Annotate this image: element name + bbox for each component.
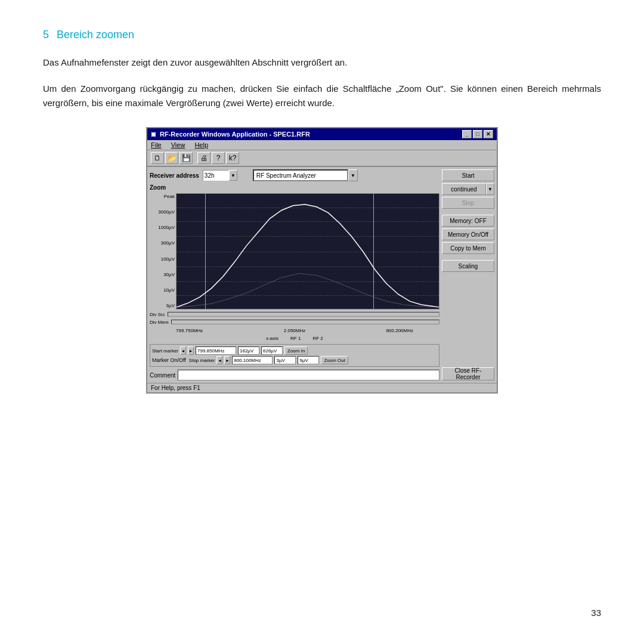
maximize-button[interactable]: □: [473, 130, 482, 138]
chart-area: Peak 3000µV 1000µV 300µV 100µV 30µV 10µV…: [150, 193, 439, 309]
spectrum-curve: [177, 194, 439, 309]
analyzer-arrow[interactable]: ▼: [348, 169, 358, 181]
div-src-row: Div Src: [150, 312, 439, 317]
title-text: ▣ RF-Recorder Windows Application - SPEC…: [151, 131, 310, 138]
y-1000: 1000µV: [150, 225, 175, 230]
y-10: 10µV: [150, 288, 175, 293]
stop-rf1-val: 3µV: [274, 356, 296, 364]
chart-plot: [176, 193, 439, 309]
zoom-label: Zoom: [150, 184, 439, 191]
main-area: Receiver address 32h ▼ RF Spectrum Analy…: [150, 169, 439, 380]
section-heading: 5 Bereich zoomen: [43, 29, 601, 41]
div-mem-row: Div Mem: [150, 320, 439, 325]
address-select[interactable]: 32h: [203, 170, 229, 181]
stop-nav-prev[interactable]: ◄: [216, 356, 222, 364]
marker-section: Start marker ◄ ► 799.850MHz 162µV 626µV …: [150, 344, 439, 367]
div-src-bar: [168, 312, 439, 317]
y-peak: Peak: [150, 194, 175, 199]
rf1-label: RF 1: [290, 336, 301, 341]
paragraph1: Das Aufnahmefenster zeigt den zuvor ausg…: [43, 55, 601, 70]
stop-button[interactable]: Stop: [442, 197, 494, 209]
page-number: 33: [591, 608, 601, 618]
y-3: 3µV: [150, 304, 175, 308]
sidebar: Start continued ▼ Stop Memory: OFF Memor…: [442, 169, 494, 380]
comment-row: Comment: [150, 370, 439, 380]
continued-arrow[interactable]: ▼: [486, 183, 494, 195]
start-nav-prev[interactable]: ◄: [180, 346, 186, 355]
rf2-label: RF 2: [312, 336, 323, 341]
y-30: 30µV: [150, 273, 175, 277]
toolbar-print[interactable]: 🖨: [197, 152, 210, 164]
freq-center: 2.050MHz: [284, 328, 305, 333]
window-controls: _ □ ✕: [462, 130, 493, 138]
comment-label: Comment: [150, 372, 175, 379]
memory-onoff-button[interactable]: Memory On/Off: [442, 228, 494, 240]
memory-off-button[interactable]: Memory: OFF: [442, 215, 494, 227]
stop-marker-row: Marker On/Off Stop marker ◄ ► 800.100MHz…: [152, 356, 437, 364]
menu-file[interactable]: File: [151, 141, 162, 148]
toolbar-help1[interactable]: ?: [212, 152, 225, 164]
menu-help[interactable]: Help: [194, 141, 208, 148]
start-marker-label: Start marker: [152, 348, 178, 354]
stop-marker-label: Stop marker: [189, 358, 215, 363]
copy-to-mem-button[interactable]: Copy to Mem: [442, 242, 494, 254]
div-mem-label: Div Mem: [150, 320, 169, 325]
comment-field[interactable]: [178, 370, 439, 380]
start-freq-field[interactable]: 799.850MHz: [196, 346, 236, 355]
statusbar-text: For Help, press F1: [151, 385, 200, 391]
toolbar-new[interactable]: 🗋: [151, 152, 164, 164]
y-100: 100µV: [150, 257, 175, 262]
x-axis-label: x-axis: [266, 336, 278, 341]
application-window: ▣ RF-Recorder Windows Application - SPEC…: [146, 127, 498, 394]
menu-view[interactable]: View: [171, 141, 185, 148]
start-nav-next[interactable]: ►: [188, 346, 194, 355]
start-marker-row: Start marker ◄ ► 799.850MHz 162µV 626µV …: [152, 346, 437, 355]
close-button[interactable]: ✕: [484, 130, 493, 138]
screenshot-wrapper: ▣ RF-Recorder Windows Application - SPEC…: [43, 127, 601, 394]
receiver-label: Receiver address: [150, 172, 199, 179]
x-axis-row: x-axis RF 1 RF 2: [150, 336, 439, 341]
section-number: 5: [43, 29, 49, 41]
freq-left: 799.750MHz: [176, 328, 203, 333]
start-rf1-val: 162µV: [238, 346, 259, 355]
titlebar: ▣ RF-Recorder Windows Application - SPEC…: [147, 128, 497, 140]
section-title: Bereich zoomen: [57, 29, 134, 41]
page-content: 5 Bereich zoomen Das Aufnahmefenster zei…: [0, 0, 644, 417]
continued-dropdown: continued ▼: [442, 183, 494, 195]
chart-inner: Peak 3000µV 1000µV 300µV 100µV 30µV 10µV…: [150, 193, 439, 309]
receiver-row: Receiver address 32h ▼ RF Spectrum Analy…: [150, 169, 439, 181]
div-src-label: Div Src: [150, 312, 165, 317]
address-arrow[interactable]: ▼: [229, 170, 237, 181]
minimize-button[interactable]: _: [462, 130, 472, 138]
win-body: Receiver address 32h ▼ RF Spectrum Analy…: [147, 167, 497, 383]
stop-rf2-val: 9µV: [298, 356, 319, 364]
close-rf-button[interactable]: Close RF-Recorder: [442, 367, 494, 380]
toolbar: 🗋 📂 💾 🖨 ? k?: [147, 150, 497, 167]
menubar: File View Help: [147, 140, 497, 150]
toolbar-open[interactable]: 📂: [165, 152, 178, 164]
div-mem-bar: [171, 320, 439, 324]
stop-nav-next[interactable]: ►: [224, 356, 230, 364]
freq-right: 800.200MHz: [386, 328, 413, 333]
zoom-out-button[interactable]: Zoom Out: [321, 356, 348, 364]
zoom-in-button[interactable]: Zoom In: [284, 346, 308, 355]
start-button[interactable]: Start: [442, 169, 494, 181]
window-title: RF-Recorder Windows Application - SPEC1.…: [160, 131, 310, 138]
stop-freq-field[interactable]: 800.100MHz: [232, 356, 273, 364]
start-rf2-val: 626µV: [261, 346, 283, 355]
paragraph2: Um den Zoomvorgang rückgängig zu machen,…: [43, 82, 601, 110]
marker-onoff-label: Marker On/Off: [152, 357, 186, 363]
y-axis: Peak 3000µV 1000µV 300µV 100µV 30µV 10µV…: [150, 193, 176, 309]
toolbar-help2[interactable]: k?: [226, 152, 239, 164]
y-300: 300µV: [150, 241, 175, 246]
y-3000: 3000µV: [150, 210, 175, 215]
continued-button[interactable]: continued: [442, 183, 486, 195]
statusbar: For Help, press F1: [147, 383, 497, 392]
analyzer-select[interactable]: RF Spectrum Analyzer: [253, 169, 348, 181]
toolbar-save[interactable]: 💾: [179, 152, 193, 164]
app-icon: ▣: [151, 131, 156, 137]
scaling-button[interactable]: Scaling: [442, 260, 494, 272]
freq-row: 799.750MHz 2.050MHz 800.200MHz: [150, 328, 439, 333]
